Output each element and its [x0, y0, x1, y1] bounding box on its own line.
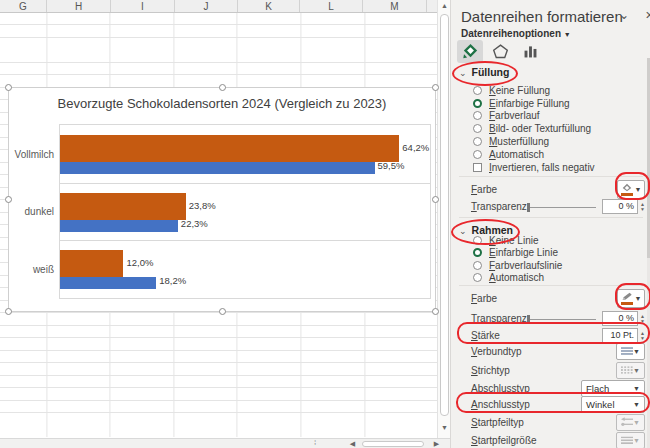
radio-option[interactable]: Automatisch: [473, 148, 591, 161]
column-header-partial[interactable]: [427, 0, 437, 12]
selection-handle[interactable]: [219, 308, 226, 315]
checkbox-invert-if-negative[interactable]: Invertieren, falls negativ: [473, 161, 595, 174]
selection-handle[interactable]: [432, 84, 439, 91]
bar-2024-Vollmilch[interactable]: [60, 135, 399, 162]
compound-type-row: Verbundtyp ▼: [459, 342, 645, 360]
radio-option[interactable]: Automatisch: [473, 272, 562, 285]
column-header[interactable]: H: [47, 0, 111, 12]
series-options-dropdown[interactable]: Datenreihenoptionen ▼: [461, 28, 571, 39]
selection-handle[interactable]: [432, 196, 439, 203]
chevron-down-icon: ⌄: [459, 226, 467, 236]
checkbox-label: Invertieren, falls negativ: [489, 162, 595, 173]
dash-type-dropdown[interactable]: ▼: [616, 362, 645, 379]
scroll-left-icon[interactable]: ◀: [346, 440, 359, 448]
bar-2023-Vollmilch[interactable]: [60, 162, 375, 174]
radio-label: Einfarbige Füllung: [489, 98, 570, 109]
fill-color-row: Farbe ▼: [459, 179, 645, 199]
category-label: Vollmilch: [12, 148, 54, 159]
category-label: weiß: [12, 264, 54, 275]
tab-series-options[interactable]: [517, 40, 543, 63]
line-transparency-value[interactable]: 0 %: [602, 311, 638, 326]
radio-option[interactable]: Einfarbige Füllung: [473, 97, 591, 110]
arrow-start-size-dropdown[interactable]: ▼: [616, 432, 645, 448]
divider: [459, 176, 643, 177]
line-transparency-slider[interactable]: [527, 314, 596, 324]
column-header[interactable]: M: [363, 0, 427, 12]
cap-type-value: Flach: [586, 383, 609, 394]
spinner-arrows-icon[interactable]: ▲▼: [640, 202, 645, 212]
category-band: Vollmilch64,2%59,5%: [60, 125, 430, 183]
pen-color-icon: [621, 292, 633, 305]
horizontal-scrollbar-thumb[interactable]: [362, 441, 424, 447]
selection-handle[interactable]: [5, 308, 12, 315]
line-width-value[interactable]: 10 Pt.: [602, 328, 638, 343]
radio-option[interactable]: Keine Füllung: [473, 84, 591, 97]
line-options-list: Keine LinieEinfarbige LinieFarbverlaufsl…: [473, 234, 562, 284]
dash-type-label: Strichtyp: [459, 365, 510, 376]
plot-area[interactable]: Vollmilch64,2%59,5%dunkel23,8%22,3%weiß1…: [59, 124, 431, 299]
horizontal-scrollbar[interactable]: ⁞ ◀ ▶: [0, 438, 450, 448]
column-header[interactable]: J: [175, 0, 238, 12]
bar-2024-weiß[interactable]: [60, 250, 123, 277]
column-headers: G H I J K L M: [0, 0, 437, 13]
radio-label: Farbverlaufslinie: [489, 260, 562, 271]
fill-transparency-value[interactable]: 0 %: [602, 199, 638, 214]
column-header[interactable]: I: [111, 0, 175, 12]
format-data-series-pane: Datenreihen formatieren ⌄ ✕ Datenreiheno…: [450, 0, 650, 448]
selection-handle[interactable]: [219, 84, 226, 91]
fill-transparency-slider[interactable]: [527, 202, 596, 212]
radio-label: Bild- oder Texturfüllung: [489, 123, 591, 134]
radio-icon: [473, 273, 482, 282]
pane-options-chevron-icon[interactable]: ⌄: [619, 8, 629, 22]
compound-type-label: Verbundtyp: [459, 346, 522, 357]
arrow-start-type-label: Startpfeiltyp: [459, 417, 524, 428]
cap-type-dropdown[interactable]: Flach ▼: [581, 380, 645, 397]
radio-option[interactable]: Farbverlaufslinie: [473, 259, 562, 272]
arrow-start-type-dropdown[interactable]: ▼: [616, 414, 645, 431]
radio-option[interactable]: Einfarbige Linie: [473, 247, 562, 260]
radio-option[interactable]: Farbverlauf: [473, 110, 591, 123]
join-type-dropdown[interactable]: Winkel ▼: [581, 396, 645, 413]
vertical-scrollbar[interactable]: ▲ ▼: [437, 0, 450, 438]
compound-type-dropdown[interactable]: ▼: [616, 343, 645, 360]
bar-2023-dunkel[interactable]: [60, 220, 178, 232]
radio-icon: [473, 261, 482, 270]
selection-handle[interactable]: [432, 308, 439, 315]
selection-handle[interactable]: [5, 84, 12, 91]
spinner-arrows-icon[interactable]: ▲▼: [640, 331, 645, 341]
chart-title[interactable]: Bevorzugte Schokoladensorten 2024 (Vergl…: [9, 96, 435, 111]
radio-label: Einfarbige Linie: [489, 247, 558, 258]
tab-fill-line[interactable]: [457, 40, 483, 63]
slider-thumb[interactable]: [527, 315, 530, 324]
radio-option[interactable]: Keine Linie: [473, 234, 562, 247]
fill-color-button[interactable]: ▼: [617, 180, 645, 199]
scroll-right-icon[interactable]: ▶: [430, 440, 443, 448]
line-transparency-label: Transparenz: [459, 313, 527, 324]
chart-object[interactable]: Bevorzugte Schokoladensorten 2024 (Vergl…: [8, 87, 436, 312]
category-band: dunkel23,8%22,3%: [60, 183, 430, 241]
spinner-arrows-icon[interactable]: ▲▼: [640, 314, 645, 324]
radio-option[interactable]: Bild- oder Texturfüllung: [473, 122, 591, 135]
column-header[interactable]: K: [238, 0, 300, 12]
vertical-scrollbar-thumb[interactable]: [440, 14, 449, 416]
chevron-down-icon: ▼: [633, 401, 640, 408]
column-header[interactable]: G: [0, 0, 47, 12]
bar-2023-weiß[interactable]: [60, 277, 156, 289]
radio-label: Farbverlauf: [489, 110, 540, 121]
slider-thumb[interactable]: [527, 203, 530, 212]
radio-icon: [473, 150, 482, 159]
bar-chart-icon: [522, 43, 539, 60]
bar-2024-dunkel[interactable]: [60, 193, 186, 220]
radio-option[interactable]: Musterfüllung: [473, 135, 591, 148]
section-header-fill[interactable]: ⌄Füllung: [459, 66, 509, 78]
spreadsheet[interactable]: G H I J K L M Bevorzugte Schokoladensort…: [0, 0, 450, 438]
tab-effects[interactable]: [487, 40, 513, 63]
selection-handle[interactable]: [5, 196, 12, 203]
pentagon-icon: [492, 43, 509, 60]
column-header[interactable]: L: [300, 0, 363, 12]
excel-window: G H I J K L M Bevorzugte Schokoladensort…: [0, 0, 650, 448]
line-color-button[interactable]: ▼: [617, 289, 645, 308]
tab-splitter-handle[interactable]: ⁞: [314, 438, 316, 447]
checkbox-icon: [473, 163, 482, 172]
pane-close-icon[interactable]: ✕: [645, 9, 650, 22]
